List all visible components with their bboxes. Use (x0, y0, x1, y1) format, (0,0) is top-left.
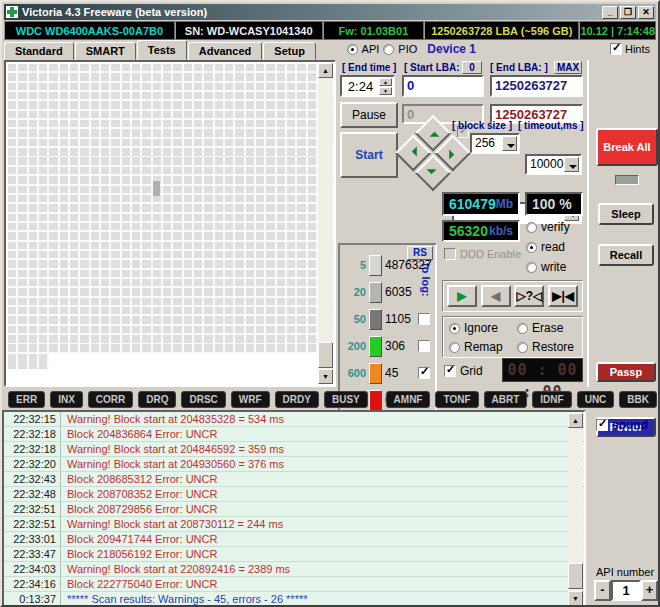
led-inx: INX (50, 391, 83, 408)
log-row: 22:34:03Warning! Block start at 22089241… (4, 562, 584, 577)
sleep-button[interactable]: Sleep (598, 203, 654, 225)
end-time-spinner[interactable]: 2:24 ▲ ▼ (340, 75, 395, 97)
log-scroll-down-icon[interactable]: ▼ (568, 591, 583, 606)
led-drdy: DRDY (275, 391, 319, 408)
ddd-enable-checkbox[interactable] (444, 248, 456, 260)
scan-grid-partial-row (8, 354, 49, 369)
drive-info-bar: WDC WD6400AAKS-00A7B0 SN: WD-WCASY104134… (4, 21, 656, 40)
grid-scroll-up-icon[interactable]: ▲ (318, 63, 333, 78)
device-label: Device 1 (427, 42, 476, 56)
pio-radio-label: PIO (398, 43, 417, 55)
tab-standard[interactable]: Standard (4, 42, 74, 60)
drive-model: WDC WD6400AAKS-00A7B0 (4, 21, 175, 40)
drive-serial: SN: WD-WCASY1041340 (175, 21, 323, 40)
api-number-value: 1 (611, 580, 641, 601)
verify-label: verify (541, 220, 570, 234)
back-icon: ◀ (491, 289, 500, 303)
pio-radio[interactable] (383, 44, 394, 55)
ignore-radio[interactable] (449, 323, 460, 334)
victoria-window: Victoria 4.3 Freeware (beta version) _ ❐… (0, 0, 660, 607)
tab-advanced[interactable]: Advanced (188, 42, 263, 60)
verify-radio[interactable] (526, 222, 537, 233)
side-panel: sound API number - 1 + (588, 410, 660, 607)
read-radio[interactable] (526, 242, 537, 253)
timer-lcd: 00 : 00 : 00 (502, 358, 583, 382)
log-row: 22:33:47Block 218056192 Error: UNCR (4, 547, 584, 562)
sound-label: sound (612, 418, 648, 432)
bucket-600-swatch (369, 363, 382, 384)
api-number-spinner: - 1 + (594, 580, 658, 601)
rw-verify-option[interactable]: verify (526, 220, 570, 234)
erase-radio[interactable] (517, 323, 528, 334)
end-time-up-icon[interactable]: ▲ (379, 78, 392, 86)
error-action-frame: Ignore Erase Remap Restore (442, 316, 583, 358)
register-led-row: ERR INX CORR DRQ DRSC WRF DRDY BUSY AMNF… (2, 388, 660, 410)
led-drq: DRQ (138, 391, 176, 408)
back-button[interactable]: ◀ (481, 285, 511, 307)
tab-setup[interactable]: Setup (263, 42, 316, 60)
break-all-button[interactable]: Break All (596, 128, 658, 166)
seek-end-button[interactable]: ▶|◀ (548, 285, 578, 307)
bucket-50-label: 50 (342, 313, 366, 325)
bucket-5-count: 4876327 (385, 258, 432, 272)
bucket-50-log-checkbox[interactable] (418, 313, 430, 325)
event-log[interactable]: 22:32:15Warning! Block start at 20483532… (2, 410, 586, 607)
bucket-600-label: 600 (342, 367, 366, 379)
bucket-20-label: 20 (342, 286, 366, 298)
bucket-50-swatch (369, 309, 382, 330)
tab-smart[interactable]: SMART (75, 42, 136, 60)
remap-radio[interactable] (449, 342, 460, 353)
maximize-icon[interactable]: ❐ (620, 6, 636, 19)
api-minus-button[interactable]: - (594, 580, 611, 601)
tab-tests[interactable]: Tests (137, 40, 187, 60)
hints-checkbox[interactable] (610, 43, 622, 55)
bucket-20-swatch (369, 282, 382, 303)
log-row: 22:32:51Block 208729856 Error: UNCR (4, 502, 584, 517)
led-drsc: DRSC (181, 391, 225, 408)
grid-scrollbar[interactable]: ▲ ▼ (318, 63, 333, 384)
rw-write-option[interactable]: write (526, 260, 566, 274)
title-bar[interactable]: Victoria 4.3 Freeware (beta version) _ ❐… (4, 4, 656, 20)
log-scroll-up-icon[interactable]: ▲ (568, 413, 583, 428)
bucket-200-log-checkbox[interactable] (418, 340, 430, 352)
end-time-label: [ End time ] (342, 62, 396, 73)
hints-label: Hints (625, 43, 650, 55)
bucket-5-label: 5 (342, 259, 366, 271)
position-unit: Mb (496, 197, 513, 211)
bucket-5-swatch (369, 255, 382, 276)
log-scroll-thumb[interactable] (568, 563, 583, 589)
api-radio[interactable] (347, 44, 358, 55)
bucket-600-log-checkbox[interactable] (418, 367, 430, 379)
grid-scroll-thumb[interactable] (318, 342, 333, 368)
right-button-column: Break All Sleep Recall Passp Power (587, 60, 660, 387)
sound-checkbox[interactable] (596, 419, 608, 431)
api-plus-button[interactable]: + (641, 580, 658, 601)
grid-scroll-down-icon[interactable]: ▼ (318, 369, 333, 384)
minimize-icon[interactable]: _ (602, 6, 618, 19)
pause-button[interactable]: Pause (340, 102, 398, 128)
led-tonf: TONF (435, 391, 478, 408)
end-time-down-icon[interactable]: ▼ (379, 87, 392, 95)
log-scrollbar[interactable]: ▲ ▼ (568, 413, 583, 606)
rw-read-option[interactable]: read (526, 240, 565, 254)
close-icon[interactable]: ✕ (638, 6, 654, 19)
passp-button[interactable]: Passp (596, 362, 656, 382)
erase-label: Erase (532, 321, 563, 335)
play-button[interactable]: ▶ (447, 285, 477, 307)
scan-grid (8, 64, 318, 354)
speed-lcd: 56320 kb/s (442, 220, 520, 242)
write-radio[interactable] (526, 262, 537, 273)
log-row: 22:32:48Block 208708352 Error: UNCR (4, 487, 584, 502)
speed-unit: kb/s (489, 224, 513, 238)
tab-bar: Standard SMART Tests Advanced Setup API … (4, 40, 656, 60)
grid-checkbox[interactable] (444, 365, 456, 377)
start-button[interactable]: Start (340, 132, 398, 178)
led-corr: CORR (88, 391, 133, 408)
recall-button[interactable]: Recall (598, 244, 654, 266)
scan-grid-panel: ▲ ▼ (4, 60, 336, 387)
drive-firmware: Fw: 01.03B01 (323, 21, 425, 40)
version-clock: 10.12 | 7:14:48 (579, 21, 656, 40)
restore-radio[interactable] (517, 342, 528, 353)
scan-question-button[interactable]: ▷?◁ (514, 285, 544, 307)
status-mini-led (615, 175, 639, 185)
